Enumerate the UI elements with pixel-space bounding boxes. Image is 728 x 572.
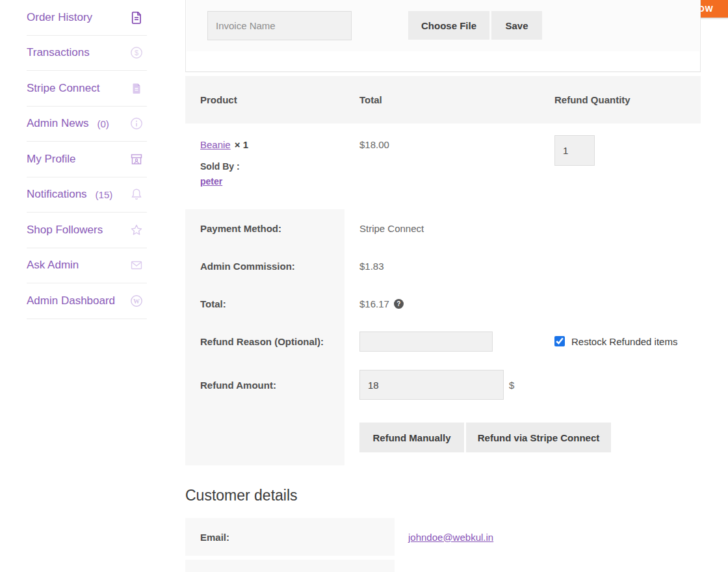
sidebar-item-label: My Profile (27, 153, 76, 166)
question-help-icon[interactable]: ? (394, 299, 404, 309)
bell-icon (129, 187, 144, 202)
table-row-refund-amount: Refund Amount: $ (185, 360, 701, 410)
storefront-icon (129, 152, 144, 166)
choose-file-button[interactable]: Choose File (408, 11, 489, 40)
table-row-phone: Phone: 9876543210 (185, 560, 701, 572)
admin-commission-label: Admin Commission: (185, 247, 344, 285)
col-header-total: Total (344, 94, 540, 105)
order-detail-main: Choose File Save Product Total Refund Qu… (185, 0, 701, 572)
table-row-refund-reason: Refund Reason (Optional): Restock Refund… (185, 322, 701, 360)
refund-manually-button[interactable]: Refund Manually (359, 422, 464, 452)
refund-via-stripe-button[interactable]: Refund via Stripe Connect (466, 422, 611, 452)
table-row-payment-method: Payment Method: Stripe Connect (185, 209, 701, 247)
svg-text:$: $ (135, 49, 138, 57)
sidebar-item-label: Stripe Connect (27, 82, 99, 95)
restock-checkbox[interactable] (554, 336, 565, 346)
refund-quantity-input[interactable] (554, 135, 595, 166)
sidebar-item-order-history[interactable]: Order History (27, 0, 147, 36)
sidebar-item-count: (0) (97, 118, 109, 129)
product-link[interactable]: Beanie (200, 139, 231, 150)
admin-commission-value: $1.83 (344, 247, 701, 285)
sidebar-item-ask-admin[interactable]: Ask Admin (27, 248, 147, 284)
invoice-name-input[interactable] (207, 11, 352, 40)
col-header-product: Product (185, 94, 344, 105)
customer-email-link[interactable]: johndoe@webkul.in (408, 532, 493, 543)
sidebar-item-transactions[interactable]: Transactions $ (27, 36, 147, 72)
sidebar-item-label: Order History (27, 11, 92, 24)
invoice-upload-card: Choose File Save (185, 0, 701, 72)
sidebar-item-shop-followers[interactable]: Shop Followers (27, 213, 147, 248)
order-items-table: Product Total Refund Quantity Beanie× 1 … (185, 76, 701, 465)
sidebar-item-count: (15) (96, 189, 113, 200)
save-button[interactable]: Save (491, 11, 542, 40)
col-header-refund-quantity: Refund Quantity (540, 94, 701, 105)
table-row-admin-commission: Admin Commission: $1.83 (185, 247, 701, 285)
refund-amount-label: Refund Amount: (185, 360, 344, 410)
sidebar-item-notifications[interactable]: Notifications (15) (27, 177, 147, 213)
customer-details-table: Email: johndoe@webkul.in Phone: 98765432… (185, 518, 701, 572)
sidebar-item-admin-dashboard[interactable]: Admin Dashboard W (27, 283, 147, 319)
sidebar-item-stripe-connect[interactable]: Stripe Connect (27, 71, 147, 107)
sidebar-item-my-profile[interactable]: My Profile (27, 142, 147, 177)
phone-label: Phone: (185, 560, 395, 572)
payment-method-value: Stripe Connect (344, 209, 701, 247)
star-icon (129, 223, 144, 237)
table-row-product: Beanie× 1 Sold By : peter $18.00 (185, 124, 701, 209)
sidebar-item-label: Ask Admin (27, 259, 79, 272)
sidebar-item-label: Admin News (27, 117, 88, 130)
table-row-email: Email: johndoe@webkul.in (185, 518, 701, 556)
line-item-total: $18.00 (344, 124, 540, 209)
refund-reason-input[interactable] (359, 332, 493, 352)
table-row-total: Total: $16.17 ? (185, 285, 701, 322)
seller-link[interactable]: peter (200, 176, 222, 187)
refund-amount-input[interactable] (359, 370, 504, 400)
refund-reason-label: Refund Reason (Optional): (185, 322, 344, 360)
refund-actions-label-cell (185, 410, 344, 465)
sidebar-item-label: Transactions (27, 46, 90, 59)
restock-checkbox-label: Restock Refunded items (571, 336, 677, 347)
customer-details-heading: Customer details (185, 487, 701, 504)
order-table-header: Product Total Refund Quantity (185, 76, 701, 124)
product-quantity: × 1 (235, 139, 248, 150)
email-label: Email: (185, 518, 395, 556)
file-text-icon (129, 10, 144, 25)
payment-method-label: Payment Method: (185, 209, 344, 247)
seller-sidebar-menu: Order History Transactions $ Stripe Conn… (27, 0, 147, 319)
sidebar-item-label: Shop Followers (27, 224, 103, 237)
sidebar-item-label: Admin Dashboard (27, 294, 115, 307)
sold-by-label: Sold By : (200, 161, 344, 172)
wordpress-icon: W (129, 294, 144, 308)
dollar-circle-icon: $ (129, 46, 144, 60)
order-total-label: Total: (185, 285, 344, 322)
file-icon (129, 81, 144, 96)
sidebar-item-label: Notifications (27, 188, 87, 201)
sidebar-item-admin-news[interactable]: Admin News (0) (27, 107, 147, 142)
currency-symbol: $ (509, 380, 514, 391)
order-total-value: $16.17 (359, 298, 389, 309)
info-circle-icon (129, 116, 144, 131)
table-row-refund-actions: Refund Manually Refund via Stripe Connec… (185, 410, 701, 465)
restock-refunded-items-option: Restock Refunded items (554, 336, 677, 347)
svg-text:W: W (133, 297, 140, 304)
mail-icon (129, 258, 144, 272)
